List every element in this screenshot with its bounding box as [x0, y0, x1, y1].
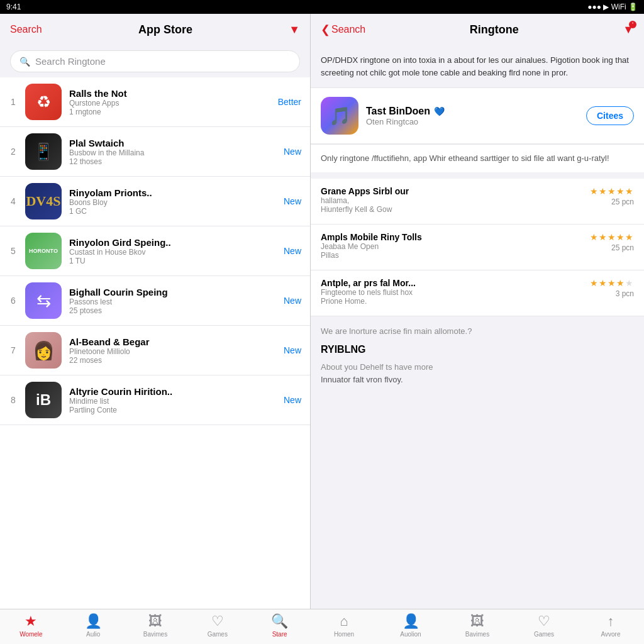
- item-badge[interactable]: New: [284, 147, 301, 157]
- item-category: 22 moses: [69, 356, 276, 365]
- item-rank: 5: [9, 246, 18, 256]
- item-badge[interactable]: New: [284, 246, 301, 256]
- tab-homen[interactable]: ⌂ Homen: [311, 613, 377, 638]
- item-info: Altyrie Courin Hirition.. Mindime list P…: [69, 386, 276, 414]
- left-filter-icon[interactable]: ▼: [289, 23, 300, 36]
- tab-auolion[interactable]: 👤 Auolion: [377, 613, 444, 638]
- item-category: 12 thoses: [69, 157, 276, 166]
- app-icon-2: 📱: [25, 133, 62, 170]
- item-badge[interactable]: New: [284, 345, 301, 355]
- item-rank: 2: [9, 147, 18, 157]
- back-label: Seanch: [331, 24, 365, 35]
- tab-bavimes-right[interactable]: 🖼 Bavimes: [444, 613, 511, 638]
- item-badge[interactable]: Better: [278, 97, 301, 107]
- status-bar: 9:41 ●●● ▶ WiFi 🔋: [0, 0, 644, 14]
- right-nav-bar: ❮ Seanch Ringtone ▼ °: [311, 14, 644, 45]
- review-price: 25 pcn: [611, 243, 634, 252]
- item-name: Rinyolam Prionts..: [69, 187, 276, 198]
- item-developer: Plinetoone Milliolo: [69, 347, 276, 356]
- tab-games-right[interactable]: ♡ Games: [511, 613, 577, 638]
- detail-app-icon: 🎵: [321, 97, 358, 135]
- list-item[interactable]: 8 iB Altyrie Courin Hirition.. Mindime l…: [0, 375, 310, 425]
- list-item[interactable]: 7 👩 Al-Beand & Begar Plinetoone Milliolo…: [0, 326, 310, 375]
- right-panel: ❮ Seanch Ringtone ▼ ° OP/DHDX ringtone o…: [311, 14, 644, 644]
- review-sub2: Hiunterfly Kell & Gow: [321, 205, 590, 214]
- list-item[interactable]: 1 ♻ Ralls the Not Qurstone Apps 1 rngton…: [0, 77, 310, 127]
- review-app-name: Grane Apps Sirbl our: [321, 186, 590, 196]
- review-item: Grane Apps Sirbl our hallama, Hiunterfly…: [311, 179, 644, 225]
- app-icon-8: iB: [25, 382, 62, 418]
- tab-avvore[interactable]: ↑ Avvore: [577, 613, 644, 638]
- tab-label: Auolion: [400, 631, 421, 638]
- item-developer: Boons Bloy: [69, 198, 276, 207]
- about-title: About you Dehelf ts have more: [321, 361, 634, 374]
- app-detail-card: 🎵 Tast BinDoen 💙 Oten Ringtcaо Citees: [311, 87, 644, 144]
- right-nav-title: Ringtone: [470, 23, 519, 36]
- star-rating: ★★★★★: [590, 278, 634, 288]
- item-category: 1 rngtone: [69, 108, 270, 116]
- tab-stare[interactable]: 🔍 Stare: [248, 613, 311, 638]
- item-name: Plal Swtaich: [69, 138, 276, 148]
- item-badge[interactable]: New: [284, 395, 301, 405]
- app-icon-5: HORONTO: [25, 233, 62, 269]
- left-nav-title: App Store: [138, 23, 192, 36]
- review-price: 3 pcn: [616, 289, 634, 298]
- review-title-block: Antple, ar prs fal Mor... Fingteome to n…: [321, 278, 590, 306]
- item-info: Rinyolon Gird Speing.. Custast in House …: [69, 237, 276, 265]
- description-block: OP/DHDX ringtone on into toxia in a abou…: [311, 45, 644, 87]
- heart-icon: ♡: [211, 613, 224, 630]
- main-container: Search App Store ▼ 🔍 Search Ringtone 1 ♻…: [0, 14, 644, 644]
- list-item[interactable]: 2 📱 Plal Swtaich Busbow in the Millaina …: [0, 127, 310, 177]
- item-info: Ralls the Not Qurstone Apps 1 rngtone: [69, 88, 270, 116]
- description-text: OP/DHDX ringtone on into toxia in a abou…: [321, 55, 629, 77]
- item-badge[interactable]: New: [284, 196, 301, 206]
- item-name: Ralls the Not: [69, 88, 270, 99]
- right-filter-icon[interactable]: ▼ °: [623, 23, 634, 36]
- status-time: 9:41: [6, 3, 21, 11]
- left-nav-search[interactable]: Search: [10, 24, 42, 35]
- item-category: 25 ptoses: [69, 306, 276, 315]
- item-rank: 1: [9, 97, 18, 107]
- left-panel: Search App Store ▼ 🔍 Search Ringtone 1 ♻…: [0, 14, 311, 644]
- search-icon: 🔍: [19, 57, 30, 67]
- list-item[interactable]: 6 ⇆ Bighall Courin Speing Passons lest 2…: [0, 276, 310, 326]
- item-rank: 7: [9, 345, 18, 355]
- review-sub1: Fingteome to nels fluist hox: [321, 288, 590, 297]
- tab-label: Bavimes: [143, 631, 167, 638]
- review-header: Ampls Mobile Riny Tolls Jeabaa Me Open P…: [321, 232, 634, 260]
- share-icon: ↑: [608, 613, 614, 630]
- search-bar-container: 🔍 Search Ringtone: [0, 45, 310, 77]
- review-stars: ★★★★★ 3 pcn: [590, 278, 634, 298]
- tab-label: Games: [208, 631, 228, 638]
- item-category: Partling Conte: [69, 406, 276, 414]
- detail-description: Only ringtone /ffuctifiehn, app Whir eth…: [311, 144, 644, 172]
- search-bar[interactable]: 🔍 Search Ringtone: [10, 50, 300, 72]
- item-name: Al-Beand & Begar: [69, 336, 276, 347]
- tab-bavimes[interactable]: 🖼 Bavimes: [125, 613, 187, 638]
- section-separator: [311, 172, 644, 179]
- chevron-left-icon: ❮: [321, 23, 330, 36]
- bottom-heading: RYIBLNG: [321, 342, 634, 357]
- item-badge[interactable]: New: [284, 296, 301, 306]
- star-rating: ★★★★★: [590, 232, 634, 242]
- list-item[interactable]: 5 HORONTO Rinyolon Gird Speing.. Custast…: [0, 226, 310, 276]
- search-placeholder: Search Ringtone: [35, 56, 106, 67]
- get-button[interactable]: Citees: [586, 106, 634, 125]
- bottom-note: We are lnorture acrise fin main allomote…: [321, 325, 634, 338]
- review-title-block: Ampls Mobile Riny Tolls Jeabaa Me Open P…: [321, 232, 590, 260]
- detail-desc-text: Only ringtone /ffuctifiehn, app Whir eth…: [321, 153, 609, 163]
- app-icon-1: ♻: [25, 84, 62, 120]
- tab-aulio[interactable]: 👤 Aulio: [62, 613, 125, 638]
- reviews-section: Grane Apps Sirbl our hallama, Hiunterfly…: [311, 179, 644, 316]
- star-icon: ★: [25, 613, 37, 630]
- right-content: OP/DHDX ringtone on into toxia in a abou…: [311, 45, 644, 609]
- app-icon-4: DV4S: [25, 183, 62, 219]
- tab-games[interactable]: ♡ Games: [186, 613, 248, 638]
- back-button[interactable]: ❮ Seanch: [321, 23, 365, 36]
- star-rating: ★★★★★: [590, 186, 634, 196]
- status-icons: ●●● ▶ WiFi 🔋: [587, 3, 638, 11]
- review-header: Grane Apps Sirbl our hallama, Hiunterfly…: [321, 186, 634, 214]
- tab-womele[interactable]: ★ Womele: [0, 613, 62, 638]
- list-item[interactable]: 4 DV4S Rinyolam Prionts.. Boons Bloy 1 G…: [0, 177, 310, 226]
- app-icon-7: 👩: [25, 332, 62, 369]
